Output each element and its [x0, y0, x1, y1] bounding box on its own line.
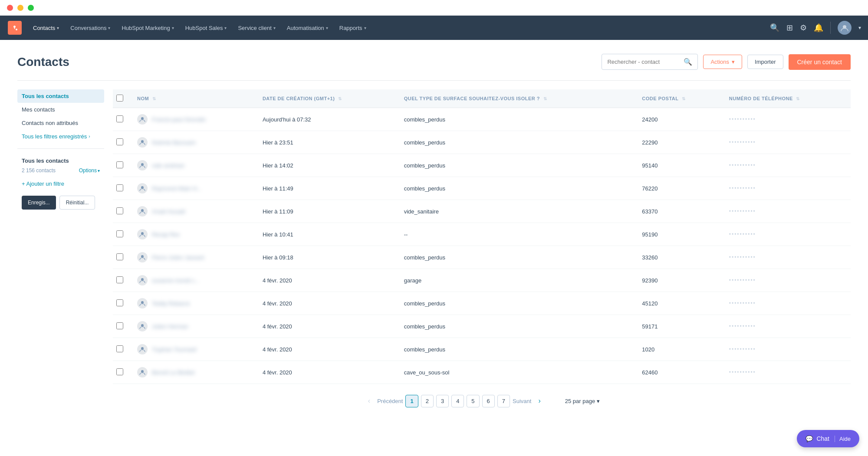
navbar-logo[interactable] — [7, 20, 23, 36]
contact-name-link[interactable]: Francis-paul Girondin — [152, 116, 206, 123]
prev-page-button[interactable]: ‹ — [364, 394, 375, 407]
sidebar-item-unassigned[interactable]: Contacts non attribués — [17, 116, 104, 130]
page-button-6[interactable]: 6 — [482, 395, 495, 407]
row-checkbox[interactable] — [116, 161, 123, 168]
header-nom[interactable]: NOM ⇅ — [130, 89, 256, 108]
maximize-dot[interactable] — [28, 5, 34, 11]
contact-name-link[interactable]: Pierre Julien Jassant — [152, 254, 204, 261]
prev-label: Précédent — [377, 398, 403, 404]
row-phone: •••••••••• — [722, 315, 851, 338]
nav-item-rapports[interactable]: Rapports ▾ — [334, 21, 372, 35]
page-button-1[interactable]: 1 — [405, 395, 418, 407]
avatar[interactable] — [838, 21, 852, 35]
content-layout: Tous les contacts Mes contacts Contacts … — [17, 89, 851, 418]
nav-item-marketing[interactable]: HubSpot Marketing ▾ — [116, 21, 179, 35]
contact-avatar — [137, 114, 148, 125]
contact-name-link[interactable]: Teddy Rebarce — [152, 300, 190, 307]
contact-name-link[interactable]: Tryphan Tournasil — [152, 346, 197, 353]
header-type[interactable]: QUEL TYPE DE SURFACE SOUHAITEZ-VOUS ISOL… — [397, 89, 635, 108]
row-phone: •••••••••• — [722, 338, 851, 361]
add-filter-link[interactable]: + Ajouter un filtre — [17, 177, 104, 190]
svg-point-4 — [141, 140, 144, 143]
grid-icon[interactable]: ⊞ — [786, 23, 793, 33]
contact-name-link[interactable]: Benoît Le Blottiel — [152, 369, 194, 376]
row-checkbox[interactable] — [116, 368, 123, 375]
contact-name-link[interactable]: Julien Herman — [152, 323, 188, 330]
sidebar-saved-filters[interactable]: Tous les filtres enregistrés › — [17, 130, 104, 143]
row-checkbox[interactable] — [116, 115, 123, 122]
create-contact-button[interactable]: Créer un contact — [789, 54, 851, 70]
row-date: Hier à 11:09 — [256, 200, 397, 223]
page-button-7[interactable]: 7 — [497, 395, 510, 407]
header-phone[interactable]: NUMÉRO DE TÉLÉPHONE ⇅ — [722, 89, 851, 108]
header-checkbox-col — [113, 89, 130, 108]
row-checkbox[interactable] — [116, 322, 123, 329]
contact-avatar — [137, 344, 148, 354]
next-page-button[interactable]: › — [534, 394, 545, 407]
row-checkbox-col — [113, 200, 130, 223]
close-dot[interactable] — [7, 5, 13, 11]
row-checkbox[interactable] — [116, 230, 123, 237]
nav-item-sales[interactable]: HubSpot Sales ▾ — [180, 21, 232, 35]
row-name: Raymond Allain H... — [130, 177, 256, 200]
row-checkbox[interactable] — [116, 184, 123, 191]
chevron-down-icon: ▾ — [224, 26, 227, 30]
reset-button[interactable]: Réinitial... — [59, 196, 95, 210]
chevron-down-icon: ▾ — [57, 26, 59, 30]
row-checkbox[interactable] — [116, 299, 123, 306]
row-checkbox[interactable] — [116, 345, 123, 352]
sidebar-item-my-contacts[interactable]: Mes contacts — [17, 103, 104, 116]
search-input[interactable] — [607, 59, 680, 65]
minimize-dot[interactable] — [17, 5, 23, 11]
svg-point-9 — [141, 255, 144, 258]
table-row: Anael Aouadi Hier à 11:09 vide_sanitaire… — [113, 200, 851, 223]
svg-point-13 — [141, 347, 144, 350]
contact-name-link[interactable]: susanne mondi c... — [152, 277, 199, 284]
contact-name-link[interactable]: Noémie Barouam — [152, 139, 196, 146]
search-icon: 🔍 — [684, 58, 692, 66]
settings-icon[interactable]: ⚙ — [800, 23, 807, 33]
row-checkbox[interactable] — [116, 253, 123, 260]
page-button-2[interactable]: 2 — [421, 395, 434, 407]
page-title: Contacts — [17, 55, 69, 69]
row-name: Tryphan Tournasil — [130, 338, 256, 361]
chevron-down-icon: ▾ — [364, 26, 366, 30]
header-postal[interactable]: CODE POSTAL ⇅ — [635, 89, 722, 108]
chevron-right-icon: › — [89, 134, 90, 139]
actions-button[interactable]: Actions ▾ — [703, 55, 742, 69]
per-page-selector[interactable]: 25 par page ▾ — [565, 398, 600, 404]
row-phone: •••••••••• — [722, 361, 851, 384]
contact-name-link[interactable]: vale andrean — [152, 162, 184, 169]
nav-item-service[interactable]: Service client ▾ — [233, 21, 280, 35]
page-button-5[interactable]: 5 — [467, 395, 479, 407]
chevron-down-icon[interactable]: ▾ — [858, 25, 861, 31]
chat-button[interactable]: 💬 Chat Aide — [797, 430, 859, 447]
contact-avatar — [137, 367, 148, 377]
header-date[interactable]: DATE DE CRÉATION (GMT+1) ⇅ — [256, 89, 397, 108]
page-button-3[interactable]: 3 — [436, 395, 449, 407]
row-checkbox-col — [113, 292, 130, 315]
contact-name-link[interactable]: Anael Aouadi — [152, 208, 185, 215]
row-checkbox[interactable] — [116, 207, 123, 214]
nav-item-automatisation[interactable]: Automatisation ▾ — [282, 21, 333, 35]
contact-avatar — [137, 229, 148, 239]
svg-point-1 — [16, 29, 17, 30]
save-button[interactable]: Enregis... — [22, 196, 56, 210]
row-checkbox[interactable] — [116, 276, 123, 283]
search-icon[interactable]: 🔍 — [770, 23, 779, 33]
import-button[interactable]: Importer — [747, 55, 783, 69]
contact-name-link[interactable]: Recap Rex — [152, 231, 180, 238]
sidebar-item-all-contacts[interactable]: Tous les contacts — [17, 89, 104, 103]
contact-name-link[interactable]: Raymond Allain H... — [152, 185, 201, 192]
search-box[interactable]: 🔍 — [602, 54, 698, 70]
options-button[interactable]: Options ▾ — [79, 167, 100, 174]
contact-avatar — [137, 298, 148, 308]
row-postal: 92390 — [635, 269, 722, 292]
nav-item-contacts[interactable]: Contacts ▾ — [28, 21, 64, 35]
nav-item-conversations[interactable]: Conversations ▾ — [65, 21, 115, 35]
select-all-checkbox[interactable] — [116, 95, 123, 102]
page-button-4[interactable]: 4 — [451, 395, 464, 407]
nav-items: Contacts ▾ Conversations ▾ HubSpot Marke… — [28, 21, 770, 35]
row-checkbox[interactable] — [116, 138, 123, 145]
bell-icon[interactable]: 🔔 — [814, 23, 823, 33]
